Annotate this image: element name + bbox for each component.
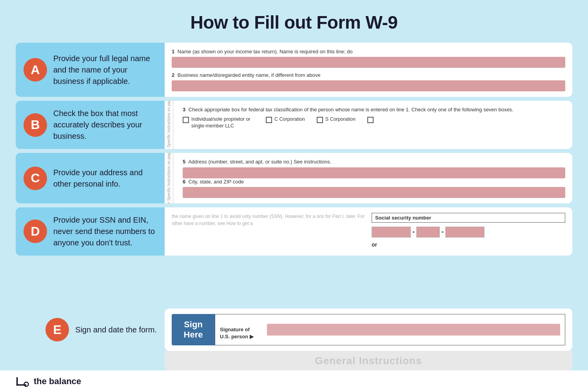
section-b-content: 3 Check appropriate box for federal tax … (172, 106, 565, 129)
field-1-label: 1 Name (as shown on your income tax retu… (172, 48, 565, 55)
row-d: D Provide your SSN and EIN, never send t… (16, 207, 572, 256)
field-2-container: 2 Business name/disregarded entity name,… (172, 72, 565, 91)
balance-logo-icon (16, 374, 30, 388)
ssn-segment-2[interactable] (416, 227, 440, 238)
section-e-text: Sign and date the form. (75, 324, 157, 336)
section-c-text: Provide your address and other personal … (53, 167, 157, 190)
signature-area: Signature of U.S. person ▶ (215, 314, 565, 345)
section-a-label: A Provide your full legal name and the n… (16, 43, 165, 97)
section-d-text: Provide your SSN and EIN, never send the… (53, 214, 157, 249)
field-6-container: 6 City, state, and ZIP code (183, 178, 565, 198)
ssn-box-area: Social security number - - or (372, 213, 565, 248)
checkbox-c-corp-box[interactable] (266, 117, 272, 123)
row-c: C Provide your address and other persona… (16, 153, 572, 203)
rotated-label-c: See Specific Instructions on page 3 (165, 153, 173, 203)
section-c-content: 5 Address (number, street, and apt. or s… (172, 158, 565, 198)
field-3-desc: Check appropriate box for federal tax cl… (189, 107, 514, 113)
checkbox-extra (367, 116, 374, 123)
checkbox-individual: Individual/sole proprietor or single-mem… (183, 116, 254, 130)
general-instructions-area: General Instructions (165, 351, 572, 370)
signature-input[interactable] (267, 324, 560, 336)
badge-e: E (45, 318, 69, 341)
sign-here-box: Sign Here (172, 314, 215, 345)
field-2-input[interactable] (172, 80, 565, 91)
checkbox-s-corp: S Corporation (317, 116, 356, 123)
checkbox-extra-box[interactable] (367, 117, 374, 123)
footer-bar: the balance (0, 370, 588, 392)
checkbox-individual-box[interactable] (183, 117, 189, 123)
field-5-num: 5 (183, 159, 185, 165)
ssn-segment-1[interactable] (372, 227, 411, 238)
badge-d: D (24, 220, 47, 243)
field-5-label: 5 Address (number, street, and apt. or s… (183, 158, 565, 165)
section-e-badge-area: E Sign and date the form. (45, 318, 157, 341)
section-b-text: Check the box that most accurately descr… (53, 108, 157, 142)
ssn-dash-2: - (441, 228, 444, 236)
or-text: or (372, 241, 565, 248)
rotated-label-b: See Specific Instructions on page 3 (165, 101, 173, 149)
field-6-num: 6 (183, 179, 185, 185)
row-b: B Check the box that most accurately des… (16, 101, 572, 149)
field-3-label: 3 Check appropriate box for federal tax … (183, 106, 565, 113)
section-b-label: B Check the box that most accurately des… (16, 101, 165, 149)
ssn-segment-3[interactable] (445, 227, 485, 238)
ssn-gray-text: the name given on line 1 to avoid urity … (172, 213, 365, 227)
brand-text: the balance (34, 376, 81, 387)
ssn-title: Social security number (372, 213, 565, 223)
field-3-num: 3 (183, 107, 185, 113)
section-c-label: C Provide your address and other persona… (16, 153, 165, 203)
signature-label: Signature of U.S. person ▶ (220, 319, 263, 341)
main-container: A Provide your full legal name and the n… (0, 43, 588, 260)
section-d-form: the name given on line 1 to avoid urity … (165, 207, 572, 256)
checkbox-row: Individual/sole proprietor or single-mem… (183, 116, 565, 130)
ssn-fields: - - (372, 227, 565, 238)
checkbox-individual-label: Individual/sole proprietor or single-mem… (191, 116, 254, 130)
field-6-label: 6 City, state, and ZIP code (183, 178, 565, 185)
field-2-num: 2 (172, 72, 174, 78)
sign-here-text: Sign Here (184, 319, 203, 340)
badge-b: B (24, 113, 47, 137)
svg-point-2 (24, 382, 29, 386)
section-e-form: Sign Here Signature of U.S. person ▶ (165, 309, 572, 351)
field-2-desc: Business name/disregarded entity name, i… (178, 72, 321, 78)
field-1-input[interactable] (172, 57, 565, 68)
section-b-form: See Specific Instructions on page 3 3 Ch… (165, 101, 572, 149)
section-d-content: the name given on line 1 to avoid urity … (172, 213, 565, 248)
field-2-label: 2 Business name/disregarded entity name,… (172, 72, 565, 79)
section-a-text: Provide your full legal name and the nam… (53, 53, 157, 87)
field-5-desc: Address (number, street, and apt. or sui… (188, 159, 331, 165)
section-c-form: See Specific Instructions on page 3 5 Ad… (165, 153, 572, 203)
field-6-input[interactable] (183, 187, 565, 198)
field-5-container: 5 Address (number, street, and apt. or s… (183, 158, 565, 178)
section-a-form: 1 Name (as shown on your income tax retu… (165, 43, 572, 97)
field-5-input[interactable] (183, 167, 565, 178)
badge-c: C (24, 167, 47, 190)
ssn-gray-text-content: the name given on line 1 to avoid urity … (172, 214, 365, 226)
checkbox-c-corp-label: C Corporation (274, 116, 305, 123)
section-d-label: D Provide your SSN and EIN, never send t… (16, 207, 165, 256)
badge-a: A (24, 58, 47, 82)
general-instructions-text: General Instructions (315, 355, 422, 367)
row-a: A Provide your full legal name and the n… (16, 43, 572, 97)
checkbox-s-corp-label: S Corporation (325, 116, 356, 123)
checkbox-s-corp-box[interactable] (317, 117, 323, 123)
section-e-left: E Sign and date the form. (16, 309, 165, 351)
row-e: E Sign and date the form. Sign Here Sign… (16, 309, 572, 351)
field-1-container: 1 Name (as shown on your income tax retu… (172, 48, 565, 68)
field-6-desc: City, state, and ZIP code (189, 179, 244, 185)
checkbox-c-corp: C Corporation (266, 116, 305, 123)
ssn-dash-1: - (412, 228, 415, 236)
field-1-desc: Name (as shown on your income tax return… (178, 49, 353, 54)
field-1-num: 1 (172, 49, 174, 54)
page-title: How to Fill out Form W-9 (0, 0, 588, 43)
